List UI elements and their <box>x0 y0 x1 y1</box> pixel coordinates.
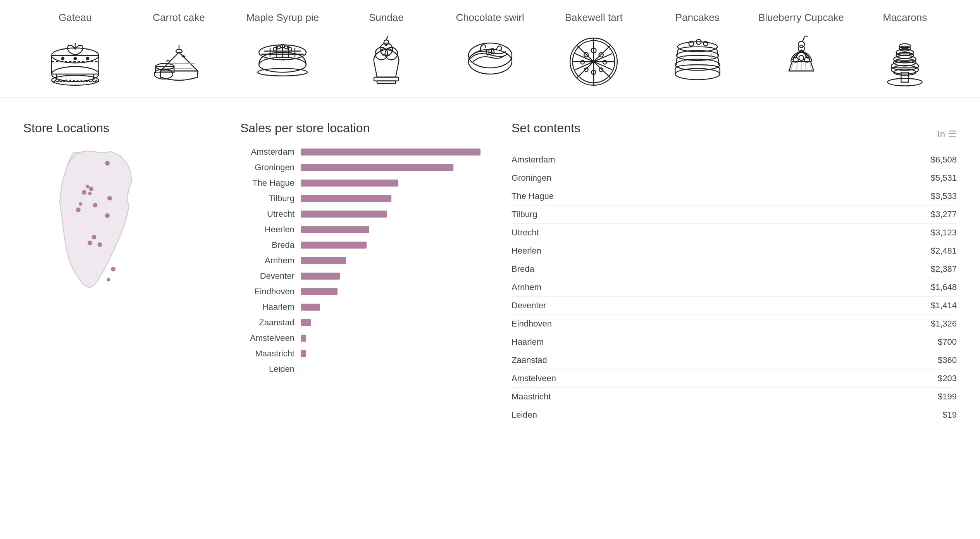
bar-track <box>301 366 481 373</box>
dessert-blueberry-cupcake-label: Blueberry Cupcake <box>758 12 844 24</box>
dessert-carrot-cake[interactable]: Carrot cake <box>127 12 231 90</box>
set-contents-sort[interactable]: In ☰ <box>937 129 957 140</box>
bar-track <box>301 350 481 357</box>
bar-row[interactable]: Haarlem <box>240 302 481 312</box>
bar-row[interactable]: Maastricht <box>240 349 481 359</box>
set-row[interactable]: Heerlen$2,481 <box>512 242 957 260</box>
bar-row[interactable]: Zaanstad <box>240 318 481 328</box>
bar-row[interactable]: Heerlen <box>240 225 481 235</box>
set-city-value: $199 <box>938 392 957 402</box>
dessert-chocolate-swirl-label: Chocolate swirl <box>456 12 524 24</box>
svg-point-107 <box>105 213 110 218</box>
set-row[interactable]: Amstelveen$203 <box>512 370 957 388</box>
set-row[interactable]: Eindhoven$1,326 <box>512 315 957 333</box>
bar-fill <box>301 242 367 249</box>
dessert-pancakes[interactable]: Pancakes <box>646 12 749 90</box>
bar-row[interactable]: Utrecht <box>240 209 481 219</box>
set-city-value: $1,414 <box>931 301 957 311</box>
bar-fill <box>301 273 340 280</box>
set-row[interactable]: Deventer$1,414 <box>512 297 957 315</box>
set-city-label: Arnhem <box>512 282 541 292</box>
set-row[interactable]: Tilburg$3,277 <box>512 206 957 224</box>
set-city-value: $700 <box>938 337 957 347</box>
dessert-blueberry-cupcake-icon <box>770 28 832 90</box>
svg-point-103 <box>92 235 96 240</box>
bar-track <box>301 242 481 249</box>
set-city-label: The Hague <box>512 191 554 201</box>
set-row[interactable]: Leiden$19 <box>512 406 957 424</box>
bar-city-label: Maastricht <box>240 349 295 359</box>
dessert-bakewell-tart-label: Bakewell tart <box>565 12 623 24</box>
bar-row[interactable]: Deventer <box>240 271 481 281</box>
set-row[interactable]: Breda$2,387 <box>512 260 957 278</box>
set-contents-list: Amsterdam$6,508Groningen$5,531The Hague$… <box>512 151 957 424</box>
dessert-bakewell-tart[interactable]: Bakewell tart <box>542 12 646 90</box>
set-row[interactable]: Zaanstad$360 <box>512 351 957 370</box>
dessert-carrot-cake-icon <box>148 28 210 90</box>
svg-point-111 <box>86 185 90 188</box>
set-row[interactable]: Utrecht$3,123 <box>512 224 957 242</box>
bottom-section: Store Locations <box>0 98 980 440</box>
svg-point-113 <box>107 278 110 282</box>
dessert-gateau-label: Gateau <box>59 12 91 24</box>
bar-city-label: Deventer <box>240 271 295 281</box>
bar-city-label: Eindhoven <box>240 287 295 297</box>
dessert-chocolate-swirl[interactable]: Chocolate swirl <box>438 12 542 90</box>
bar-city-label: Groningen <box>240 162 295 173</box>
dessert-bar: Gateau <box>0 0 980 98</box>
set-city-value: $5,531 <box>931 173 957 183</box>
bar-row[interactable]: Breda <box>240 240 481 250</box>
set-row[interactable]: Maastricht$199 <box>512 388 957 406</box>
store-locations-panel: Store Locations <box>23 121 209 424</box>
dessert-gateau[interactable]: Gateau <box>23 12 127 90</box>
dessert-maple-syrup-pie-label: Maple Syrup pie <box>246 12 319 24</box>
bar-track <box>301 149 481 155</box>
bar-row[interactable]: Amstelveen <box>240 333 481 343</box>
svg-point-101 <box>105 161 110 166</box>
svg-point-109 <box>98 242 102 247</box>
sort-label: In <box>937 129 945 140</box>
dessert-maple-syrup-pie[interactable]: Maple Syrup pie <box>231 12 334 90</box>
dessert-gateau-icon <box>44 28 106 90</box>
set-row[interactable]: The Hague$3,533 <box>512 187 957 206</box>
bar-row[interactable]: Amsterdam <box>240 147 481 157</box>
set-city-value: $6,508 <box>931 155 957 165</box>
bar-row[interactable]: Arnhem <box>240 256 481 266</box>
set-city-label: Groningen <box>512 173 551 183</box>
bar-city-label: Zaanstad <box>240 318 295 328</box>
bar-row[interactable]: Leiden <box>240 364 481 374</box>
set-row[interactable]: Groningen$5,531 <box>512 169 957 187</box>
bar-track <box>301 195 481 202</box>
bar-row[interactable]: The Hague <box>240 178 481 188</box>
set-city-label: Amsterdam <box>512 155 555 165</box>
set-contents-header: Set contents In ☰ <box>512 121 957 147</box>
set-contents-title: Set contents <box>512 121 580 135</box>
bar-row[interactable]: Tilburg <box>240 193 481 204</box>
dessert-chocolate-swirl-icon <box>459 28 521 90</box>
dessert-sundae[interactable]: Sundae <box>334 12 438 90</box>
set-city-label: Leiden <box>512 410 537 420</box>
bar-row[interactable]: Groningen <box>240 162 481 173</box>
set-city-value: $360 <box>938 355 957 365</box>
bar-track <box>301 319 481 326</box>
set-row[interactable]: Haarlem$700 <box>512 333 957 351</box>
dessert-blueberry-cupcake[interactable]: Blueberry Cupcake <box>749 12 853 90</box>
bar-fill <box>301 149 481 155</box>
netherlands-map <box>23 147 171 310</box>
set-city-label: Heerlen <box>512 246 541 256</box>
bar-fill <box>301 257 346 264</box>
dessert-macarons-icon <box>874 28 936 90</box>
svg-point-62 <box>603 60 607 64</box>
svg-line-41 <box>386 36 388 40</box>
dessert-pancakes-icon <box>667 28 729 90</box>
set-city-label: Haarlem <box>512 337 544 347</box>
bar-fill <box>301 288 338 295</box>
set-city-value: $1,648 <box>931 282 957 292</box>
bar-row[interactable]: Eindhoven <box>240 287 481 297</box>
set-row[interactable]: Amsterdam$6,508 <box>512 151 957 169</box>
set-city-label: Amstelveen <box>512 373 556 384</box>
dessert-macarons[interactable]: Macarons <box>853 12 957 90</box>
set-row[interactable]: Arnhem$1,648 <box>512 278 957 297</box>
bar-city-label: Amsterdam <box>240 147 295 157</box>
sales-section: Sales per store location AmsterdamGronin… <box>240 121 481 424</box>
